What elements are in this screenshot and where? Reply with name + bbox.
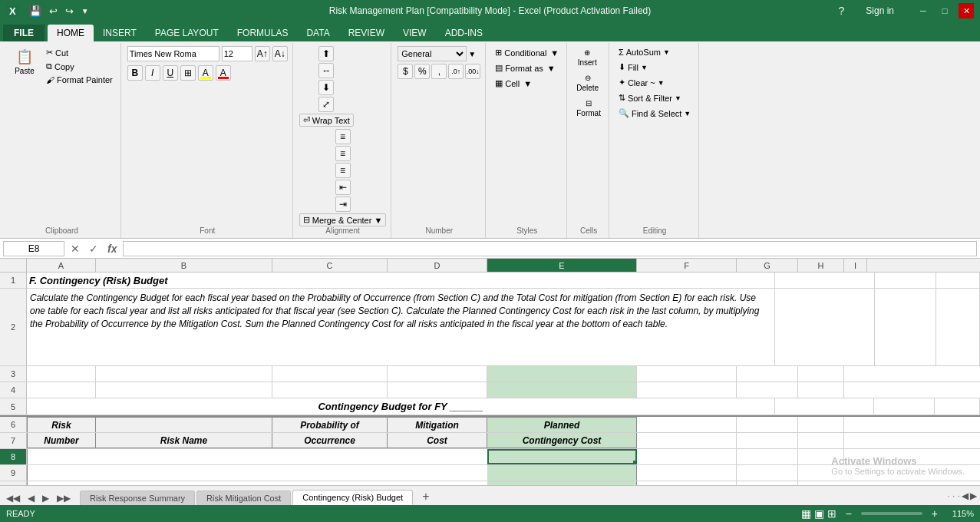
paste-button[interactable]: 📋 Paste	[8, 46, 41, 78]
tab-review[interactable]: REVIEW	[339, 25, 394, 41]
wrap-text-button[interactable]: ⏎ Wrap Text	[299, 114, 354, 127]
copy-button[interactable]: ⧉ Copy	[43, 60, 116, 73]
align-right-button[interactable]: ≡	[335, 163, 351, 178]
bold-button[interactable]: B	[127, 65, 143, 81]
tab-file[interactable]: FILE	[3, 25, 45, 41]
cell-g7[interactable]	[737, 433, 798, 448]
cell-a9[interactable]	[27, 465, 96, 481]
view-page-layout-icon[interactable]: ▣	[814, 507, 824, 520]
align-left-button[interactable]: ≡	[335, 129, 351, 144]
cell-f7[interactable]	[637, 433, 737, 448]
cell-e8[interactable]	[487, 449, 637, 464]
col-header-f[interactable]: F	[637, 259, 737, 272]
col-header-e[interactable]: E	[487, 259, 637, 272]
find-select-button[interactable]: 🔍 Find & Select ▼	[615, 107, 694, 120]
confirm-formula-icon[interactable]: ✓	[86, 241, 101, 256]
cell-g2[interactable]	[875, 289, 936, 365]
cell-b8[interactable]	[96, 449, 272, 464]
comma-button[interactable]: ,	[431, 64, 447, 79]
align-top-button[interactable]: ⬆	[318, 46, 334, 61]
font-size-increase-button[interactable]: A↑	[255, 46, 270, 61]
cell-h5[interactable]	[935, 398, 980, 415]
fill-handle[interactable]	[633, 461, 637, 464]
font-size-input[interactable]	[222, 46, 252, 61]
col-header-h[interactable]: H	[798, 259, 844, 272]
cell-g3[interactable]	[737, 366, 798, 382]
font-name-input[interactable]	[127, 46, 219, 61]
cell-f6[interactable]	[637, 417, 737, 432]
cell-c8[interactable]	[272, 449, 388, 464]
cell-b3[interactable]	[96, 366, 272, 382]
sort-filter-button[interactable]: ⇅ Sort & Filter ▼	[615, 91, 685, 104]
merge-center-dropdown-icon[interactable]: ▼	[374, 216, 382, 225]
cell-b6[interactable]	[96, 417, 272, 432]
save-button[interactable]: 💾	[27, 4, 44, 18]
cell-g4[interactable]	[737, 382, 798, 398]
decrease-decimal-button[interactable]: .00↓	[465, 64, 480, 79]
h-scroll-right-icon[interactable]: ▶	[970, 491, 977, 501]
cell-h6[interactable]	[798, 417, 844, 432]
currency-button[interactable]: $	[398, 64, 413, 79]
autosum-button[interactable]: Σ AutoSum ▼	[615, 46, 673, 58]
cell-a7[interactable]: Number	[27, 433, 96, 448]
cell-f3[interactable]	[637, 366, 737, 382]
cell-e9[interactable]	[487, 465, 637, 481]
undo-button[interactable]: ↩	[47, 4, 60, 18]
borders-button[interactable]: ⊞	[180, 65, 196, 81]
font-size-decrease-button[interactable]: A↓	[272, 46, 288, 61]
delete-button[interactable]: ⊖ Delete	[573, 71, 602, 94]
cell-f2[interactable]	[775, 289, 875, 365]
col-header-g[interactable]: G	[737, 259, 798, 272]
cell-styles-button[interactable]: ▦ Cell ▼	[492, 77, 535, 90]
italic-button[interactable]: I	[145, 65, 160, 81]
text-direction-button[interactable]: ⤢	[318, 97, 334, 112]
cut-button[interactable]: ✂ Cut	[43, 46, 116, 59]
cell-f5[interactable]	[775, 398, 874, 415]
signin-button[interactable]: Sign in	[866, 5, 894, 16]
cancel-formula-icon[interactable]: ✕	[68, 241, 83, 256]
sheet-nav-first-button[interactable]: ◀◀	[3, 491, 23, 505]
cell-b4[interactable]	[96, 382, 272, 398]
cell-e6[interactable]: Planned	[487, 417, 637, 432]
cell-a1[interactable]: F. Contingency (Risk) Budget	[27, 273, 775, 288]
cell-d4[interactable]	[388, 382, 487, 398]
redo-button[interactable]: ↪	[63, 4, 76, 18]
col-header-i[interactable]: I	[844, 259, 867, 272]
cell-h7[interactable]	[798, 433, 844, 448]
cell-b9[interactable]	[96, 465, 272, 481]
zoom-out-button[interactable]: −	[846, 507, 852, 520]
cell-c9[interactable]	[272, 465, 388, 481]
view-normal-icon[interactable]: ▦	[801, 507, 811, 520]
cell-a6[interactable]: Risk	[27, 417, 96, 432]
tab-insert[interactable]: INSERT	[94, 25, 146, 41]
cell-reference-input[interactable]	[3, 241, 64, 256]
align-center-button[interactable]: ≡	[335, 146, 351, 161]
col-header-d[interactable]: D	[388, 259, 487, 272]
insert-button[interactable]: ⊕ Insert	[573, 46, 601, 69]
h-scroll-left-icon[interactable]: ◀	[962, 491, 968, 501]
cell-e3[interactable]	[487, 366, 637, 382]
cell-g1[interactable]	[875, 273, 936, 288]
tab-add-ins[interactable]: ADD-INS	[436, 25, 492, 41]
cell-e7[interactable]: Contingency Cost	[487, 433, 637, 448]
cell-c7[interactable]: Occurrence	[272, 433, 388, 448]
clear-button[interactable]: ✦ Clear ~ ▼	[615, 76, 668, 89]
tab-formulas[interactable]: FORMULAS	[228, 25, 298, 41]
zoom-slider[interactable]	[861, 512, 922, 515]
cell-f1[interactable]	[775, 273, 875, 288]
cell-h1[interactable]	[936, 273, 980, 288]
cell-g6[interactable]	[737, 417, 798, 432]
cell-d8[interactable]	[388, 449, 487, 464]
cell-f9[interactable]	[637, 465, 737, 481]
zoom-in-button[interactable]: +	[932, 507, 938, 520]
cell-b7[interactable]: Risk Name	[96, 433, 272, 448]
underline-button[interactable]: U	[163, 65, 178, 81]
cell-f8[interactable]	[637, 449, 737, 464]
number-format-dropdown-icon[interactable]: ▼	[468, 50, 476, 58]
cell-f4[interactable]	[637, 382, 737, 398]
cell-a5-merged[interactable]: Contingency Budget for FY ______	[27, 398, 775, 415]
tab-data[interactable]: DATA	[297, 25, 338, 41]
conditional-formatting-button[interactable]: ⊞ Conditional ▼	[492, 46, 562, 59]
sheet-nav-prev-button[interactable]: ◀	[25, 491, 38, 505]
sheet-tab-risk-response[interactable]: Risk Response Summary	[80, 491, 195, 505]
